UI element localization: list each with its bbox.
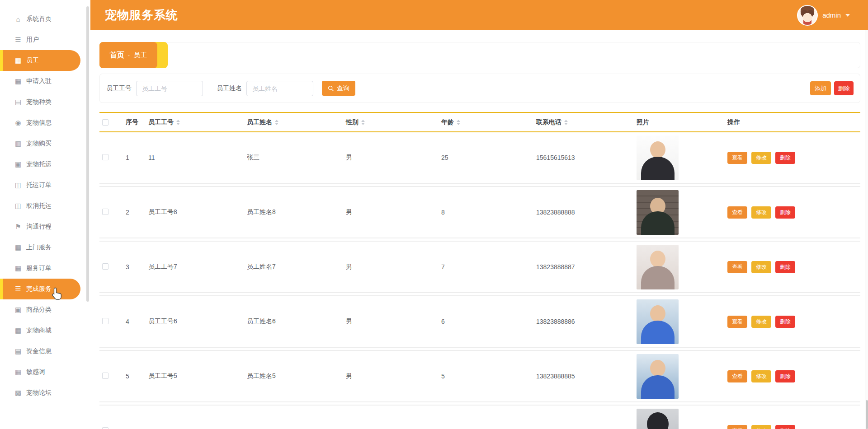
app-root: ⌂系统首页☰用户▦员工▦申请入驻▤宠物种类◉宠物信息▥宠物购买▣宠物托运◫托运订… (0, 0, 868, 429)
user-avatar[interactable] (797, 5, 818, 26)
edit-row-button[interactable]: 修改 (751, 370, 771, 382)
delete-row-button[interactable]: 删除 (775, 370, 795, 382)
sidebar-item-pet-types[interactable]: ▤宠物种类 (0, 92, 86, 112)
sort-icon[interactable] (176, 120, 180, 125)
column-header-label: 年龄 (441, 118, 454, 126)
column-header[interactable]: 员工姓名 (243, 118, 342, 126)
phone: 15615615613 (533, 154, 633, 161)
row-checkbox[interactable] (102, 318, 108, 324)
select-all-checkbox[interactable] (102, 119, 108, 126)
sidebar-item-label: 托运订单 (26, 181, 52, 189)
employee-name: 员工姓名7 (243, 263, 342, 271)
gender: 男 (342, 317, 438, 326)
photo-cell (633, 245, 724, 289)
add-button[interactable]: 添加 (810, 81, 831, 95)
gender: 男 (342, 154, 438, 162)
sidebar-item-sensitive-words[interactable]: ▦敏感词 (0, 362, 86, 382)
sort-icon[interactable] (361, 120, 365, 125)
table-row: 4员工工号6员工姓名6男613823888886查看修改删除 (99, 296, 860, 347)
delete-row-button[interactable]: 删除 (775, 152, 795, 164)
sidebar-item-shipping-orders[interactable]: ◫托运订单 (0, 175, 86, 196)
sidebar-item-users[interactable]: ☰用户 (0, 29, 86, 50)
sidebar-item-funds-info[interactable]: ▤资金信息 (0, 341, 86, 362)
delete-row-button[interactable]: 删除 (775, 206, 795, 219)
breadcrumb-home[interactable]: 首页 (110, 51, 124, 60)
row-checkbox-cell (99, 263, 122, 271)
photo-cell (633, 409, 724, 429)
view-row-button[interactable]: 查看 (727, 425, 747, 429)
row-checkbox[interactable] (102, 263, 108, 270)
employee-id-input[interactable] (136, 81, 203, 96)
photo-cell (633, 299, 724, 344)
view-row-button[interactable]: 查看 (727, 316, 747, 328)
sidebar-item-label: 申请入驻 (26, 77, 52, 85)
sidebar-scrollbar-thumb[interactable] (86, 6, 89, 302)
sidebar-item-pet-info[interactable]: ◉宠物信息 (0, 112, 86, 133)
employee-photo (637, 354, 679, 399)
sidebar-item-home-service[interactable]: ▦上门服务 (0, 237, 86, 258)
delete-row-button[interactable]: 删除 (775, 425, 795, 429)
row-checkbox[interactable] (102, 373, 108, 379)
column-header[interactable]: 员工工号 (145, 118, 243, 126)
sidebar-item-apply-join[interactable]: ▦申请入驻 (0, 71, 86, 92)
sidebar-item-label: 用户 (26, 36, 39, 44)
sidebar-item-pet-forum[interactable]: ▩宠物论坛 (0, 382, 86, 403)
sidebar-item-pet-purchase[interactable]: ▥宠物购买 (0, 133, 86, 154)
employee-name-input[interactable] (246, 81, 313, 96)
edit-row-button[interactable]: 修改 (751, 261, 771, 273)
sort-icon[interactable] (275, 120, 278, 125)
shipping-orders-icon: ◫ (14, 181, 23, 189)
view-row-button[interactable]: 查看 (727, 261, 747, 273)
sort-icon[interactable] (457, 120, 460, 125)
actions-cell: 查看修改删除 (724, 370, 860, 382)
column-header[interactable]: 联系电话 (533, 118, 633, 126)
trip-communication-icon: ⚑ (14, 223, 23, 231)
employee-table: 序号员工工号员工姓名性别年龄联系电话照片操作 111张三男25156156156… (99, 112, 860, 429)
user-menu[interactable]: admin (797, 5, 850, 26)
cancel-shipping-icon: ◫ (14, 202, 23, 210)
gender: 男 (342, 263, 438, 271)
pet-shipping-icon: ▣ (14, 160, 23, 168)
home-service-icon: ▦ (14, 243, 23, 252)
sidebar-item-trip-communication[interactable]: ⚑沟通行程 (0, 216, 86, 237)
row-checkbox[interactable] (102, 427, 108, 429)
view-row-button[interactable]: 查看 (727, 206, 747, 219)
age: 5 (438, 373, 533, 380)
row-separator (99, 183, 860, 187)
column-header-label: 员工姓名 (247, 118, 272, 126)
page-scrollbar[interactable] (865, 30, 868, 429)
pet-info-icon: ◉ (14, 119, 23, 127)
view-row-button[interactable]: 查看 (727, 152, 747, 164)
sidebar-item-completed-services[interactable]: ☰完成服务 (0, 279, 80, 299)
page-scrollbar-thumb[interactable] (866, 400, 868, 429)
row-checkbox[interactable] (102, 154, 108, 160)
sidebar-item-cancel-shipping[interactable]: ◫取消托运 (0, 196, 86, 216)
sidebar-item-pet-mall[interactable]: ▦宠物商城 (0, 320, 86, 341)
sidebar-item-service-orders[interactable]: ▦服务订单 (0, 258, 86, 279)
edit-row-button[interactable]: 修改 (751, 316, 771, 328)
sort-icon[interactable] (564, 120, 568, 125)
employee-photo (637, 299, 679, 344)
age: 7 (438, 263, 533, 270)
sidebar-item-pet-shipping[interactable]: ▣宠物托运 (0, 154, 86, 175)
edit-row-button[interactable]: 修改 (751, 152, 771, 164)
search-button[interactable]: 查询 (322, 81, 355, 96)
employee-name: 员工姓名5 (243, 372, 342, 380)
employee-photo (637, 190, 679, 235)
phone: 13823888886 (533, 318, 633, 325)
phone: 13823888888 (533, 209, 633, 216)
edit-row-button[interactable]: 修改 (751, 425, 771, 429)
sidebar-item-staff[interactable]: ▦员工 (0, 50, 80, 71)
delete-row-button[interactable]: 删除 (775, 261, 795, 273)
main-area: 宠物服务系统 admin 首页 - 员工 员工工号 员工姓名 (90, 0, 868, 429)
row-checkbox[interactable] (102, 209, 108, 215)
sidebar-item-product-categories[interactable]: ▣商品分类 (0, 299, 86, 320)
column-header[interactable]: 性别 (342, 118, 438, 126)
column-header[interactable]: 年龄 (438, 118, 533, 126)
delete-row-button[interactable]: 删除 (775, 316, 795, 328)
edit-row-button[interactable]: 修改 (751, 206, 771, 219)
view-row-button[interactable]: 查看 (727, 370, 747, 382)
delete-button[interactable]: 删除 (834, 81, 854, 95)
column-header-label: 性别 (346, 118, 359, 126)
sidebar-item-home[interactable]: ⌂系统首页 (0, 9, 86, 29)
